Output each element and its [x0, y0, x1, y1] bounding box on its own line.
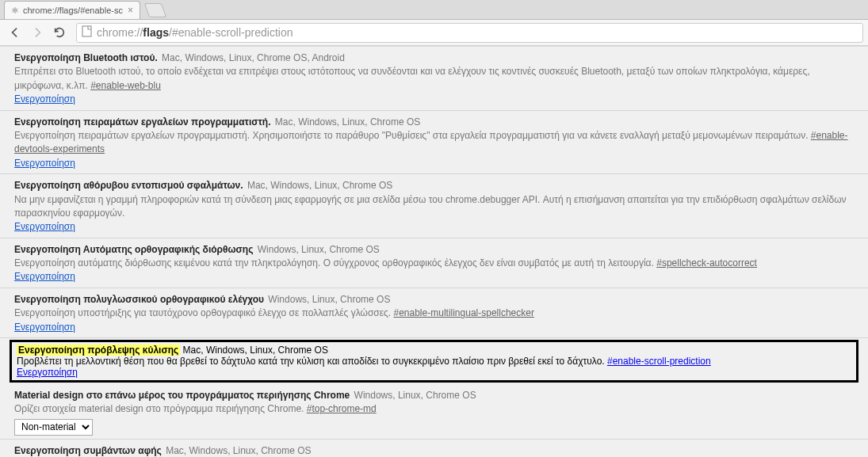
experiment-description: Ενεργοποίηση υποστήριξης για ταυτόχρονο … — [14, 307, 854, 320]
experiment-platforms: Windows, Linux, Chrome OS — [351, 390, 476, 401]
experiment-platforms: Mac, Windows, Linux, Chrome OS — [245, 180, 393, 191]
experiment-hash-link[interactable]: #spellcheck-autocorrect — [656, 257, 757, 268]
tab-title: chrome://flags/#enable-sc — [23, 6, 123, 15]
experiment-hash-link[interactable]: #enable-devtools-experiments — [14, 130, 848, 154]
experiment-platforms: Mac, Windows, Linux, Chrome OS — [163, 445, 312, 456]
tab-favicon-icon: ⚛ — [11, 6, 19, 16]
content-area: Ενεργοποίηση Bluetooth ιστού. Mac, Windo… — [0, 46, 868, 457]
experiment-hash-link[interactable]: #enable-web-blu — [90, 80, 161, 91]
enable-link[interactable]: Ενεργοποίηση — [17, 367, 78, 378]
enable-link[interactable]: Ενεργοποίηση — [14, 271, 75, 282]
experiment-title: Ενεργοποίηση Αυτόματης ορθογραφικής διόρ… — [14, 244, 253, 255]
experiment-title: Ενεργοποίηση πειραμάτων εργαλείων προγρα… — [14, 116, 271, 128]
svg-rect-0 — [82, 26, 91, 36]
experiment-hash-link[interactable]: #enable-scroll-prediction — [607, 356, 711, 367]
experiment-description: Να μην εμφανίζεται η γραμμή πληροφοριών … — [14, 193, 854, 221]
experiment-title: Ενεργοποίηση πολυγλωσσικού ορθογραφικού … — [14, 294, 264, 305]
experiment-title: Material design στο επάνω μέρος του προγ… — [14, 390, 350, 401]
enable-link[interactable]: Ενεργοποίηση — [14, 322, 75, 333]
experiment-item: Ενεργοποίηση Αυτόματης ορθογραφικής διόρ… — [0, 238, 868, 288]
experiment-item: Ενεργοποίηση πολυγλωσσικού ορθογραφικού … — [0, 288, 868, 338]
experiment-platforms: Windows, Linux, Chrome OS — [266, 294, 390, 305]
experiment-description: Ενεργοποίηση πειραμάτων εργαλείων προγρα… — [14, 129, 854, 157]
enable-link[interactable]: Ενεργοποίηση — [14, 221, 75, 232]
experiment-title: Ενεργοποίηση αθόρυβου εντοπισμού σφαλμάτ… — [14, 180, 243, 191]
experiment-description: Ενεργοποίηση αυτόματης διόρθωσης κειμένο… — [14, 257, 854, 270]
experiment-item: Ενεργοποίηση Bluetooth ιστού. Mac, Windo… — [0, 47, 868, 111]
experiment-platforms: Mac, Windows, Linux, Chrome OS — [180, 345, 328, 356]
url-display: chrome://flags/#enable-scroll-prediction — [97, 26, 293, 39]
experiment-item: Ενεργοποίηση πρόβλεψης κύλισης Mac, Wind… — [10, 340, 858, 383]
experiment-title: Ενεργοποίηση συμβάντων αφής — [14, 445, 162, 456]
page-icon — [82, 25, 92, 40]
forward-button[interactable] — [27, 22, 48, 43]
experiment-platforms: Windows, Linux, Chrome OS — [254, 244, 379, 255]
experiment-title: Ενεργοποίηση Bluetooth ιστού. — [14, 52, 158, 63]
experiment-item: Ενεργοποίηση πειραμάτων εργαλείων προγρα… — [0, 111, 868, 175]
browser-tab[interactable]: ⚛ chrome://flags/#enable-sc × — [4, 1, 140, 19]
toolbar: chrome://flags/#enable-scroll-prediction — [0, 20, 868, 46]
tabs-bar: ⚛ chrome://flags/#enable-sc × — [0, 0, 868, 20]
experiment-description: Επιτρέπει στο Bluetooth ιστού, το οποίο … — [14, 65, 854, 93]
experiment-select[interactable]: Non-material — [14, 419, 93, 436]
experiment-platforms: Mac, Windows, Linux, Chrome OS, Android — [159, 52, 345, 63]
experiment-item: Ενεργοποίηση συμβάντων αφής Mac, Windows… — [0, 440, 868, 457]
experiment-hash-link[interactable]: #top-chrome-md — [307, 403, 377, 414]
enable-link[interactable]: Ενεργοποίηση — [14, 158, 75, 169]
experiment-item: Material design στο επάνω μέρος του προγ… — [0, 384, 868, 440]
back-button[interactable] — [5, 22, 25, 43]
experiment-description: Προβλέπει τη μελλοντική θέση που θα βρεθ… — [17, 356, 851, 367]
experiment-title: Ενεργοποίηση πρόβλεψης κύλισης — [17, 345, 180, 356]
experiment-platforms: Mac, Windows, Linux, Chrome OS — [273, 116, 421, 128]
close-icon[interactable]: × — [128, 5, 133, 16]
reload-button[interactable] — [49, 22, 70, 43]
experiment-description: Ορίζει στοιχεία material design στο πρόγ… — [14, 402, 854, 416]
enable-link[interactable]: Ενεργοποίηση — [14, 93, 75, 105]
experiment-item: Ενεργοποίηση αθόρυβου εντοπισμού σφαλμάτ… — [0, 174, 868, 238]
experiments-list: Ενεργοποίηση Bluetooth ιστού. Mac, Windo… — [0, 47, 868, 457]
address-bar[interactable]: chrome://flags/#enable-scroll-prediction — [76, 23, 863, 43]
experiment-hash-link[interactable]: #enable-multilingual-spellchecker — [394, 307, 534, 318]
new-tab-button[interactable] — [144, 3, 167, 17]
